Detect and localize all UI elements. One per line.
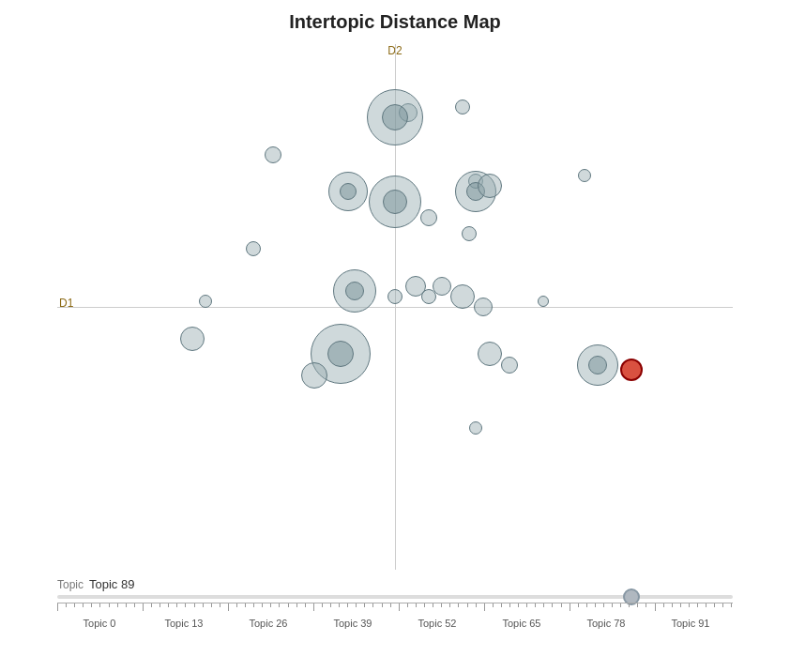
bubble-b25[interactable]	[301, 362, 327, 389]
bubble-b29[interactable]	[620, 359, 643, 381]
bubble-b13[interactable]	[246, 241, 261, 256]
bubble-b21[interactable]	[450, 284, 475, 309]
axis-labels-row: Topic 0Topic 13Topic 26Topic 39Topic 52T…	[57, 618, 733, 629]
topic-key-label: Topic	[57, 578, 84, 591]
bubble-b2[interactable]	[367, 89, 423, 145]
chart-title: Intertopic Distance Map	[0, 11, 790, 33]
bubble-b12[interactable]	[462, 226, 477, 241]
axis-label-item: Topic 52	[395, 618, 479, 629]
bubble-b14[interactable]	[199, 295, 212, 308]
bubble-b17[interactable]	[387, 289, 403, 304]
bubble-b3[interactable]	[455, 99, 470, 115]
axis-label-item: Topic 39	[311, 618, 395, 629]
bubble-b11[interactable]	[478, 174, 502, 198]
chart-area: D2 D1	[57, 44, 733, 570]
bubble-b20[interactable]	[433, 277, 451, 296]
main-container: Intertopic Distance Map D2 D1 Topic Topi…	[0, 0, 790, 672]
axis-label-item: Topic 0	[57, 618, 142, 629]
slider-track	[57, 595, 733, 599]
bubble-b9[interactable]	[420, 209, 437, 226]
axis-label-item: Topic 78	[564, 618, 648, 629]
bubble-b4[interactable]	[265, 146, 281, 163]
bubble-b27[interactable]	[501, 357, 518, 374]
selected-topic-value: Topic 89	[89, 577, 134, 591]
bubble-b6[interactable]	[578, 169, 591, 182]
controls-area: Topic Topic 89 Topic 0Topic 13Topic 26To…	[57, 577, 733, 629]
axis-label-item: Topic 65	[479, 618, 564, 629]
axis-label-item: Topic 91	[648, 618, 733, 629]
bubble-b23[interactable]	[180, 327, 205, 351]
topic-slider-container[interactable]	[57, 595, 733, 599]
bubble-b16[interactable]	[333, 269, 376, 313]
bubble-b28[interactable]	[577, 344, 618, 386]
axis-label-item: Topic 26	[226, 618, 311, 629]
tick-row	[57, 603, 733, 616]
bubble-b8[interactable]	[369, 176, 421, 228]
axis-label-item: Topic 13	[142, 618, 226, 629]
bubble-b22[interactable]	[474, 298, 493, 316]
bubble-b15[interactable]	[538, 296, 549, 307]
bubble-b26[interactable]	[478, 342, 502, 366]
bubble-b7[interactable]	[328, 172, 368, 211]
bubble-b30[interactable]	[469, 421, 482, 435]
